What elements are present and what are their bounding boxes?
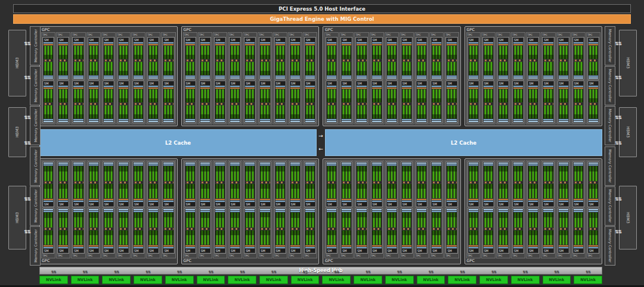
sm-block: SM (289, 208, 301, 254)
sm-scheduler-bar (185, 88, 195, 89)
sm-tensor-core-row (513, 182, 523, 183)
sm-block: SM (401, 161, 413, 207)
nvlink-port: ⇅⇅NVLink (197, 276, 225, 284)
sm-block: SM (326, 80, 338, 123)
sm-label: SM (499, 202, 508, 206)
sm-l1-instruction-bar (499, 247, 508, 248)
sm-label: SM (387, 249, 397, 252)
sm-l1-data-bar (290, 209, 300, 210)
tpc-block: TPCSMSM (481, 32, 496, 124)
tpc-row: TPCSMSMTPCSMSMTPCSMSMTPCSMSMTPCSMSMTPCSM… (466, 160, 601, 258)
sm-core-array (417, 184, 426, 199)
tpc-label: TPC (199, 254, 211, 257)
tpc-label: TPC (527, 33, 539, 36)
sm-scheduler-bar (119, 88, 128, 89)
sm-l1-instruction-bar (305, 86, 315, 87)
sm-core-array (89, 62, 98, 75)
sm-l1-data-bar (245, 209, 255, 210)
sm-l1-data-bar (305, 121, 315, 122)
tpc-block: TPCSMSM (243, 160, 257, 258)
sm-tex-bar (215, 119, 225, 120)
sm-label: SM (89, 202, 98, 206)
tpc-block: TPCSMSM (414, 32, 429, 124)
sm-label: SM (58, 249, 68, 252)
sm-label: SM (589, 249, 598, 252)
sm-l1-data-bar (73, 77, 83, 79)
sm-core-array (589, 166, 598, 181)
sm-block: SM (57, 80, 69, 123)
sm-tensor-core-row (417, 182, 426, 183)
tpc-label: TPC (214, 33, 226, 36)
sm-scheduler-bar (245, 44, 255, 45)
sm-block: SM (431, 208, 442, 254)
sm-core-array (372, 62, 382, 75)
sm-block: SM (244, 37, 256, 80)
sm-label: SM (275, 249, 285, 252)
sm-label: SM (260, 38, 270, 42)
sm-core-array (58, 46, 68, 59)
sm-scheduler-bar (305, 199, 315, 200)
sm-core-array (185, 62, 195, 75)
sm-block: SM (103, 161, 114, 207)
sm-l1-data-bar (148, 77, 158, 79)
memory-controller-strip: Memory Controller (605, 226, 615, 266)
sm-core-array (73, 213, 83, 227)
l2-cache-block: L2 Cache (39, 129, 317, 156)
sm-scheduler-bar (372, 199, 382, 200)
sm-scheduler-bar (260, 88, 270, 89)
sm-core-array (574, 46, 583, 59)
sm-l1-data-bar (275, 163, 285, 164)
sm-l1-instruction-bar (260, 247, 270, 248)
sm-l1-data-bar (58, 121, 68, 122)
sm-core-array (357, 166, 366, 181)
sm-core-array (260, 166, 270, 181)
sm-core-array (148, 62, 158, 75)
sm-block: SM (274, 80, 286, 123)
tpc-label: TPC (587, 254, 599, 257)
sm-tensor-core-row (484, 103, 493, 105)
sm-l1-data-bar (357, 121, 366, 122)
sm-core-array (134, 62, 143, 75)
sm-tensor-core-row (484, 182, 493, 183)
sm-scheduler-bar (543, 199, 553, 200)
sm-scheduler-bar (134, 88, 143, 89)
sm-core-array (245, 213, 255, 227)
nvlink-port: ⇅⇅NVLink (354, 276, 382, 284)
sm-l1-data-bar (417, 163, 426, 164)
sm-core-array (215, 46, 225, 59)
sm-core-array (447, 166, 456, 181)
sm-tensor-core-row (469, 228, 478, 230)
sm-core-array (163, 213, 173, 227)
sm-label: SM (402, 38, 411, 42)
sm-l1-data-bar (58, 209, 68, 210)
tpc-label: TPC (467, 254, 479, 257)
tpc-label: TPC (542, 33, 554, 36)
sm-tensor-core-row (163, 60, 173, 61)
tpc-row: TPCSMSMTPCSMSMTPCSMSMTPCSMSMTPCSMSMTPCSM… (41, 32, 176, 124)
sm-core-array (574, 166, 583, 181)
sm-scheduler-bar (432, 88, 441, 89)
sm-core-array (342, 62, 351, 75)
sm-tex-bar (163, 119, 173, 120)
sm-tex-bar (447, 164, 456, 166)
sm-scheduler-bar (275, 245, 285, 247)
sm-label: SM (513, 38, 523, 42)
sm-core-array (402, 213, 411, 227)
sm-l1-instruction-bar (484, 247, 493, 248)
sm-l1-data-bar (589, 121, 598, 122)
sm-core-array (543, 62, 553, 75)
sm-l1-instruction-bar (559, 42, 568, 43)
sm-block: SM (587, 161, 599, 207)
memory-controller-strip: Memory Controller (30, 66, 41, 105)
sm-core-array (260, 213, 270, 227)
gpc-block: GPCTPCSMSMTPCSMSMTPCSMSMTPCSMSMTPCSMSMTP… (39, 158, 178, 264)
sm-core-array (58, 105, 68, 118)
sm-block: SM (304, 80, 316, 123)
sm-label: SM (163, 82, 173, 85)
sm-label: SM (73, 82, 83, 85)
tpc-block: TPCSMSM (400, 32, 414, 124)
tpc-label: TPC (147, 254, 159, 257)
sm-l1-instruction-bar (327, 42, 336, 43)
sm-l1-instruction-bar (163, 42, 173, 43)
sm-tensor-core-row (73, 103, 83, 105)
